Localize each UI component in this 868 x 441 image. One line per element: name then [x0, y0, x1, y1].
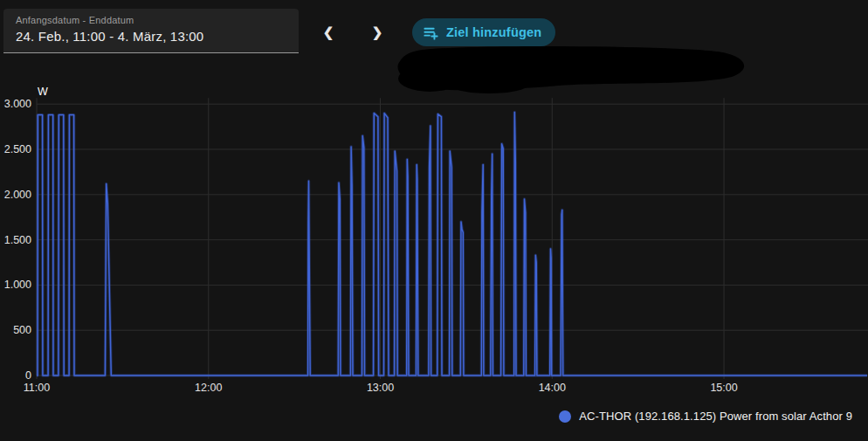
x-axis-tick-label: 14:00: [539, 382, 566, 394]
x-axis-tick-label: 15:00: [710, 382, 737, 394]
y-axis-tick-label: 3.000: [4, 98, 31, 110]
x-axis-tick-label: 12:00: [195, 382, 222, 394]
x-axis-tick-label: 13:00: [367, 382, 394, 394]
legend-series-dot: [559, 410, 571, 423]
legend-series-label: AC-THOR (192.168.1.125) Power from solar…: [579, 410, 852, 423]
y-axis-tick-label: 1.000: [4, 279, 31, 291]
chart-legend[interactable]: AC-THOR (192.168.1.125) Power from solar…: [559, 410, 852, 423]
series-line: [37, 113, 867, 376]
x-axis-tick-label: 11:00: [24, 382, 50, 394]
y-axis-unit-label: W: [38, 86, 48, 98]
y-axis-tick-label: 1.500: [4, 234, 31, 246]
y-axis-tick-label: 2.000: [4, 189, 31, 201]
y-axis-tick-label: 500: [13, 324, 31, 336]
y-axis-tick-label: 2.500: [4, 143, 31, 155]
y-axis-tick-label: 0: [25, 369, 31, 382]
power-line-chart[interactable]: 05001.0001.5002.0002.5003.00011:0012:001…: [0, 0, 868, 441]
